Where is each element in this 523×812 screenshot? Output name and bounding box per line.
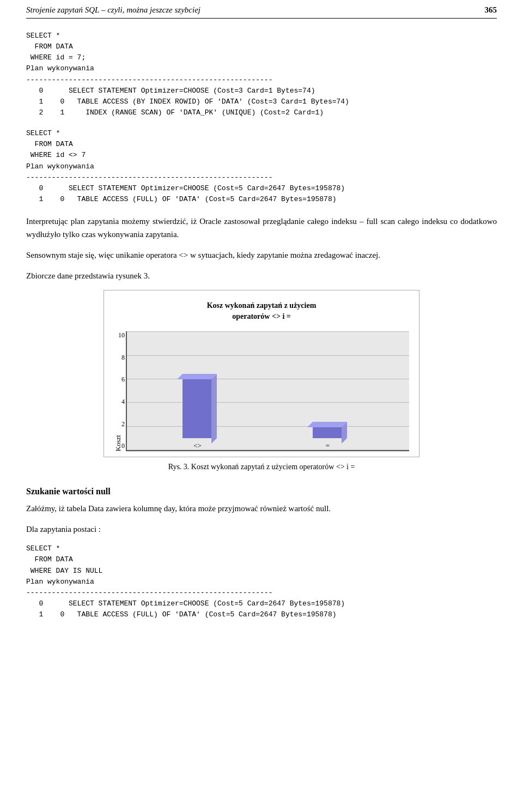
bar-group-eq: = [313,426,343,450]
chart-area: 10 8 6 4 2 0 [126,331,409,451]
paragraph-2: Sensownym staje się, więc unikanie opera… [26,249,497,262]
bars-wrapper: <> = [132,331,393,450]
y-tick-8: 8 [110,354,125,362]
page-title: Strojenie zapytań SQL – czyli, można jes… [26,5,200,15]
paragraph-5: Dla zapytania postaci : [26,523,497,536]
code-block-2: SELECT * FROM DATA WHERE id <> 7 Plan wy… [26,128,497,205]
y-tick-6: 6 [110,375,125,384]
code-block-1: SELECT * FROM DATA WHERE id = 7; Plan wy… [26,31,497,118]
chart-title: Kosz wykonań zapytań z użyciem operatoró… [114,300,409,322]
chart-inner: Koszt 10 8 6 4 2 0 [114,331,409,451]
chart: Kosz wykonań zapytań z użyciem operatoró… [104,290,419,457]
page-header: Strojenie zapytań SQL – czyli, można jes… [26,0,497,19]
section-heading: Szukanie wartości null [26,487,497,496]
bar-eq [313,426,343,438]
chart-grid-bars: 10 8 6 4 2 0 [126,331,409,451]
y-tick-4: 4 [110,398,125,406]
chart-caption: Rys. 3. Koszt wykonań zapytań z użyciem … [26,463,497,471]
bar-ne [183,378,212,438]
y-axis-ticks: 10 8 6 4 2 0 [110,331,125,450]
y-tick-10: 10 [110,331,125,340]
bar-group-ne: <> [183,378,212,450]
paragraph-3: Zbiorcze dane przedstawia rysunek 3. [26,269,497,282]
bar-label-eq: = [326,441,330,450]
paragraph-1: Interpretując plan zapytania możemy stwi… [26,215,497,241]
code-block-3: SELECT * FROM DATA WHERE DAY IS NULL Pla… [26,543,497,620]
y-tick-2: 2 [110,420,125,428]
page-number: 365 [485,5,497,15]
y-tick-0: 0 [110,442,125,450]
paragraph-4: Załóżmy, iż tabela Data zawiera kolumnę … [26,502,497,515]
bar-label-ne: <> [193,441,202,450]
